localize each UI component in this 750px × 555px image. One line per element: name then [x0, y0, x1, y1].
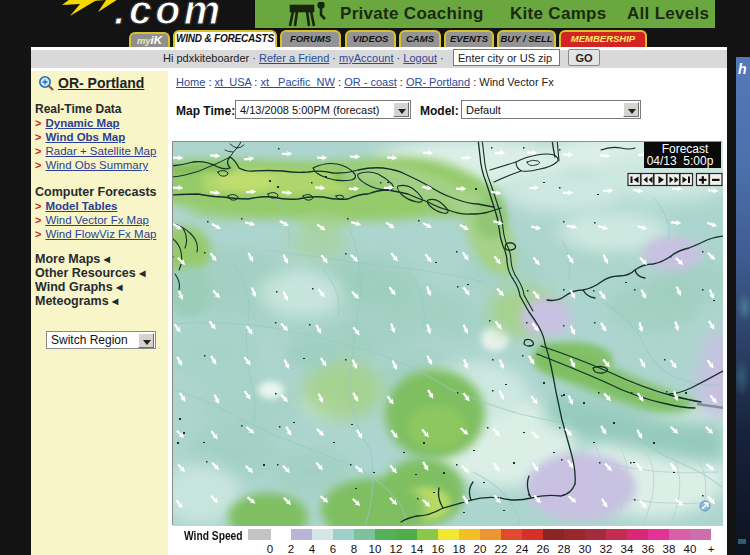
- svg-text:.com: .com: [114, 0, 224, 30]
- svg-text:04/13 5:00p: 04/13 5:00p: [647, 154, 714, 168]
